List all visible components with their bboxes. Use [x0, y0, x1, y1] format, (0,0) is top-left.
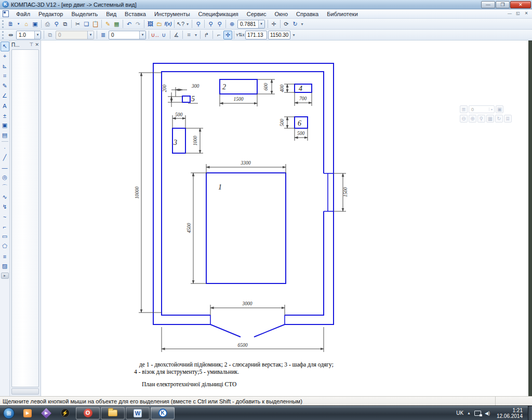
taskbar-daemon-tools[interactable]: ⚡	[57, 407, 73, 419]
panel-close-icon[interactable]: ✕	[35, 42, 39, 47]
dimension-item2-width[interactable]: 1500	[220, 94, 257, 106]
view-tool-icon[interactable]: ▣	[1, 120, 9, 130]
snap-settings-icon[interactable]: ∪‥	[151, 31, 159, 39]
new-document-dropdown[interactable]: ▾	[15, 20, 22, 29]
language-indicator[interactable]: UK	[456, 410, 463, 416]
refresh-view-icon[interactable]: ↻	[291, 20, 300, 29]
dimension-door-width[interactable]: 3000	[210, 301, 285, 315]
curve-tool-icon[interactable]: ~	[1, 212, 9, 222]
menu-file[interactable]: Файл	[12, 10, 34, 18]
overlay-zoom-area-icon[interactable]: ⚲	[477, 115, 485, 123]
snap-setup-icon[interactable]: ⌖	[1, 51, 9, 61]
child-restore-button[interactable]: ◱	[514, 10, 522, 17]
arc-tool-icon[interactable]: ⌒	[1, 182, 9, 192]
zoom-area-icon[interactable]: ⚲	[194, 20, 203, 29]
grid-tool-icon[interactable]: ⌗	[1, 71, 9, 81]
variables-icon[interactable]: f(x)	[164, 20, 172, 29]
rotate-view-icon[interactable]: ⟳	[282, 20, 291, 29]
coordinate-y-field[interactable]: 1150.30	[268, 31, 290, 39]
overlay-layer-dropdown[interactable]: ▾	[489, 107, 494, 111]
overlay-zoom-in-icon[interactable]: ⊕	[469, 115, 476, 123]
overlay-refresh-icon[interactable]: ↻	[495, 115, 503, 123]
item-5-washbasin[interactable]: 5	[182, 95, 198, 103]
point-tool-icon[interactable]: ·	[1, 143, 9, 153]
zoom-document-icon[interactable]: ⚲	[206, 20, 215, 29]
menu-specification[interactable]: Спецификация	[194, 10, 243, 18]
toolbar-gripper[interactable]	[2, 20, 5, 28]
polygon-tool-icon[interactable]: ⬠	[1, 241, 9, 251]
volume-icon[interactable]: ◀)	[485, 411, 490, 416]
circle-tool-icon[interactable]: ◎	[1, 172, 9, 182]
menu-service[interactable]: Сервис	[243, 10, 271, 18]
panel-scrollbar[interactable]	[11, 388, 39, 395]
dimension-item6-height[interactable]: 500	[280, 117, 295, 128]
roundoff-toggle-icon[interactable]: ✢	[223, 31, 232, 39]
toolbar-overflow-icon-2[interactable]: ▾	[300, 22, 305, 26]
spreadsheet-icon[interactable]: ▦	[112, 20, 121, 29]
cursor-step-combo[interactable]: 1.0 ▾	[16, 31, 41, 39]
overlay-scale-icon[interactable]: ▦	[486, 115, 494, 123]
zoom-selection-icon[interactable]: ⚲	[215, 20, 224, 29]
close-button[interactable]: ✕	[510, 1, 531, 8]
zoom-scale-combo[interactable]: 0.7881 ▾	[237, 20, 265, 29]
overlay-layers-icon[interactable]: ≣	[460, 105, 468, 113]
item-4-tool-cart[interactable]: 4	[295, 84, 312, 92]
window-opening[interactable]	[324, 173, 334, 211]
dimension-window[interactable]: 1500	[334, 173, 348, 211]
line-tool-icon[interactable]: ╱	[1, 153, 9, 162]
library-manager-icon[interactable]: 🗀	[155, 20, 164, 29]
sheet-tool-icon[interactable]: ▤	[1, 130, 9, 140]
taskbar-kompas[interactable]: K	[151, 407, 175, 419]
menu-libraries[interactable]: Библиотеки	[323, 10, 362, 18]
clock[interactable]: 1:21 12.06.2014	[494, 408, 526, 419]
child-minimize-button[interactable]: —	[506, 10, 514, 17]
zoom-scale-dropdown[interactable]: ▾	[258, 20, 264, 28]
grid-dropdown[interactable]: ▾	[193, 33, 198, 37]
menu-insert[interactable]: Вставка	[121, 10, 150, 18]
snap-icon[interactable]: ∪	[159, 31, 168, 39]
dimension-item2-height[interactable]: 600	[257, 79, 275, 94]
spline-tool-icon[interactable]: ∿	[1, 192, 9, 202]
pin-icon[interactable]: ⊤	[30, 42, 34, 47]
zoom-in-icon[interactable]: ⊕	[228, 20, 236, 29]
dimension-item5-height[interactable]: 200	[162, 85, 182, 107]
taskbar-wmp[interactable]: ▶	[20, 407, 35, 419]
minimize-button[interactable]: —	[481, 1, 495, 8]
show-desktop-button[interactable]	[528, 406, 532, 420]
dimension-item1-width[interactable]: 3300	[206, 160, 286, 173]
menu-editor[interactable]: Редактор	[34, 10, 67, 18]
dimension-room-width[interactable]: 6500	[162, 327, 324, 352]
layers-icon[interactable]: ≣	[99, 31, 108, 39]
copy-icon[interactable]: ❏	[82, 20, 91, 29]
rectangle-tool-icon[interactable]: ▭	[1, 232, 9, 241]
chamfer-tool-icon[interactable]: ⌐	[1, 222, 9, 232]
overlay-sheet-icon[interactable]: ▣	[496, 105, 503, 113]
print-icon[interactable]: ⎙	[43, 20, 52, 29]
menu-help[interactable]: Справка	[292, 10, 323, 18]
overlay-preview-icon[interactable]: 🗏	[504, 115, 512, 123]
menu-window[interactable]: Окно	[270, 10, 292, 18]
layer-dropdown[interactable]: ▾	[139, 31, 145, 39]
taskbar-explorer[interactable]	[101, 407, 125, 419]
start-button[interactable]: ⊞	[3, 408, 15, 419]
toolstrip-expand-handle[interactable]: ▸	[1, 273, 9, 279]
cursor-step-icon[interactable]: ⇹	[6, 31, 15, 39]
hatch-tool-icon[interactable]: ≡	[1, 251, 9, 261]
menu-tools[interactable]: Инструменты	[150, 10, 194, 18]
dimension-item3-width[interactable]: 500	[172, 112, 185, 128]
open-folder-icon[interactable]: ⌂	[22, 20, 31, 29]
inner-wall[interactable]	[162, 72, 324, 324]
coordinate-x-field[interactable]: 171.13	[245, 31, 267, 39]
gate-leaves[interactable]	[210, 324, 285, 337]
copy-properties-icon[interactable]: ✎	[103, 20, 112, 29]
polyline-tool-icon[interactable]: ↯	[1, 202, 9, 212]
toolbar-overflow-icon-3[interactable]: ▾	[291, 33, 296, 37]
tolerance-tool-icon[interactable]: ±	[1, 111, 9, 120]
cut-icon[interactable]: ✂	[73, 20, 82, 29]
toolbar-overflow-icon[interactable]: ▾	[185, 22, 190, 26]
layer-combo[interactable]: 0 ▾	[109, 31, 146, 39]
taskbar-word[interactable]: W	[126, 407, 150, 419]
ortho-icon[interactable]: ⌐	[215, 31, 223, 39]
document-properties-icon[interactable]: ⧉	[61, 20, 70, 29]
local-cs-icon[interactable]: ↱	[202, 31, 211, 39]
